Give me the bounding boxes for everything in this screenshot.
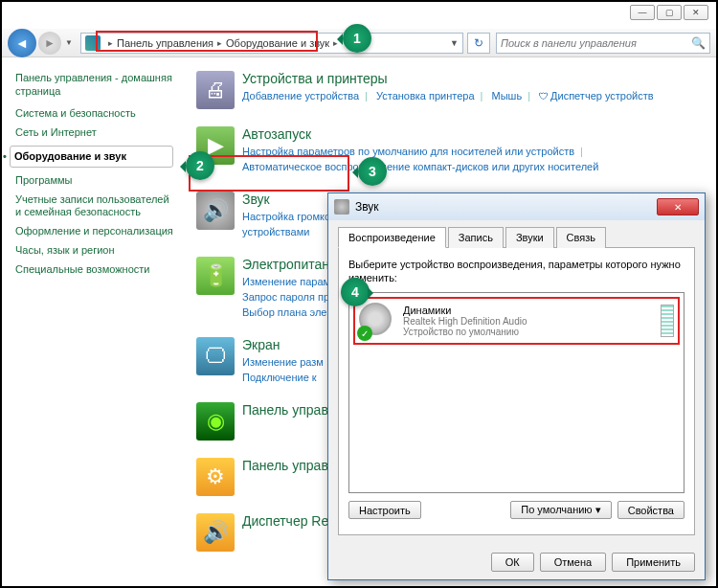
category-title[interactable]: Автозапуск <box>242 126 708 142</box>
breadcrumb-current[interactable]: Оборудование и звук <box>226 37 329 49</box>
dialog-close-button[interactable]: ✕ <box>657 198 699 215</box>
device-name: Динамики <box>403 305 661 316</box>
category-devices: 🖨 Устройства и принтеры Добавление устро… <box>196 71 708 109</box>
callout-3: 3 <box>358 157 387 186</box>
tab-sounds[interactable]: Звуки <box>505 227 554 248</box>
chevron-right-icon: ▸ <box>213 38 226 48</box>
forward-button[interactable]: ► <box>38 32 61 55</box>
nvidia-icon: ◉ <box>196 402 235 441</box>
sidebar-item-users[interactable]: Учетные записи пользователей и семейная … <box>15 193 173 218</box>
address-dropdown[interactable]: ▼ <box>450 38 459 48</box>
link-autoplay-defaults[interactable]: Настройка параметров по умолчанию для но… <box>242 146 574 157</box>
sidebar-item-programs[interactable]: Программы <box>15 174 173 187</box>
realtek-icon: 🔊 <box>196 513 235 552</box>
volume-meter <box>661 305 674 337</box>
device-status: Устройство по умолчанию <box>403 327 661 337</box>
configure-button[interactable]: Настроить <box>348 501 421 519</box>
link-add-printer[interactable]: Установка принтера <box>376 90 475 102</box>
dialog-tabs: Воспроизведение Запись Звуки Связь <box>338 226 695 248</box>
link-add-device[interactable]: Добавление устройства <box>242 90 359 102</box>
dialog-titlebar: Звук ✕ <box>328 193 705 220</box>
default-check-icon: ✓ <box>357 326 372 341</box>
sidebar-item-network[interactable]: Сеть и Интернет <box>15 126 173 139</box>
default-button[interactable]: По умолчанию ▾ <box>510 501 611 519</box>
dialog-sound-icon <box>334 199 349 215</box>
apply-button[interactable]: Применить <box>612 553 695 572</box>
devices-icon: 🖨 <box>196 71 235 109</box>
link-device-manager[interactable]: Диспетчер устройств <box>550 90 654 102</box>
sound-icon: 🔊 <box>196 192 235 230</box>
link-autoplay-cd[interactable]: Автоматическое воспроизведение компакт-д… <box>242 161 598 172</box>
device-item-speakers[interactable]: ✓ Динамики Realtek High Definition Audio… <box>353 297 680 345</box>
device-list[interactable]: ✓ Динамики Realtek High Definition Audio… <box>348 292 684 493</box>
link-resize[interactable]: Изменение разм <box>242 356 324 368</box>
device-driver: Realtek High Definition Audio <box>403 316 661 327</box>
power-icon: 🔋 <box>196 257 235 295</box>
minimize-button[interactable]: — <box>630 5 655 20</box>
category-title[interactable]: Устройства и принтеры <box>242 71 708 86</box>
sidebar-item-appearance[interactable]: Оформление и персонализация <box>15 225 173 237</box>
tab-pane: Выберите устройство воспроизведения, пар… <box>338 248 695 535</box>
tab-communications[interactable]: Связь <box>556 227 606 248</box>
refresh-button[interactable]: ↻ <box>467 33 490 54</box>
cancel-button[interactable]: Отмена <box>540 553 606 572</box>
category-autoplay: ▶ Автозапуск Настройка параметров по умо… <box>196 126 708 174</box>
callout-1: 1 <box>343 24 371 53</box>
window-controls: — ▢ ✕ <box>630 5 708 20</box>
dialog-footer: ОК Отмена Применить <box>491 553 695 572</box>
shield-icon: 🛡 <box>539 91 549 102</box>
dialog-title: Звук <box>355 200 657 214</box>
tab-playback[interactable]: Воспроизведение <box>338 227 446 248</box>
address-bar[interactable]: ▸ Панель управления ▸ Оборудование и зву… <box>80 33 463 54</box>
instruction-text: Выберите устройство воспроизведения, пар… <box>348 258 684 284</box>
breadcrumb-root[interactable]: Панель управления <box>117 37 213 49</box>
nav-history-dropdown[interactable]: ▼ <box>65 38 75 47</box>
maximize-button[interactable]: ▢ <box>657 5 682 20</box>
control-panel-icon <box>85 35 101 51</box>
link-mouse[interactable]: Мышь <box>492 90 523 102</box>
panel-icon: ⚙ <box>196 458 235 496</box>
properties-button[interactable]: Свойства <box>617 501 684 519</box>
sidebar-item-access[interactable]: Специальные возможности <box>15 263 173 276</box>
search-box[interactable]: 🔍 <box>496 33 710 54</box>
chevron-right-icon: ▸ <box>104 38 117 48</box>
display-icon: 🖵 <box>196 337 235 375</box>
search-input[interactable] <box>501 37 691 49</box>
link-connect[interactable]: Подключение к <box>242 372 317 383</box>
close-button[interactable]: ✕ <box>684 5 708 20</box>
back-button[interactable]: ◄ <box>8 29 36 57</box>
search-icon[interactable]: 🔍 <box>691 36 706 50</box>
sidebar: Панель управления - домашняя страница Си… <box>2 61 179 586</box>
sidebar-item-system[interactable]: Система и безопасность <box>15 107 173 120</box>
sidebar-item-clock[interactable]: Часы, язык и регион <box>15 244 173 257</box>
sidebar-item-hardware-sound[interactable]: Оборудование и звук <box>10 146 173 168</box>
tab-recording[interactable]: Запись <box>448 227 504 248</box>
callout-2: 2 <box>186 151 214 180</box>
sidebar-home[interactable]: Панель управления - домашняя страница <box>15 71 173 98</box>
sound-dialog: Звук ✕ Воспроизведение Запись Звуки Связ… <box>327 192 706 580</box>
callout-4: 4 <box>341 278 370 306</box>
ok-button[interactable]: ОК <box>491 553 534 572</box>
